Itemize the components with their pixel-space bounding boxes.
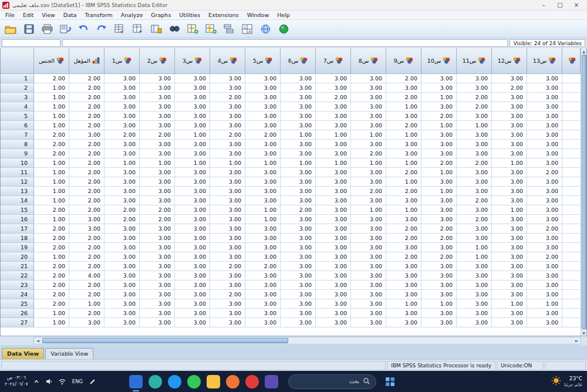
column-header-س2[interactable]: س2 [140, 48, 175, 74]
data-cell[interactable]: 3.00 [140, 168, 175, 177]
data-cell[interactable]: 3.00 [421, 281, 457, 290]
data-cell-partial[interactable] [562, 187, 581, 196]
data-cell[interactable]: 1.00 [386, 130, 421, 140]
task-view-icon[interactable] [384, 376, 396, 387]
data-cell[interactable]: 3.00 [281, 318, 316, 327]
data-cell[interactable]: 3.00 [457, 318, 492, 327]
data-cell[interactable]: 3.00 [316, 205, 351, 215]
row-number[interactable]: 9 [1, 149, 34, 158]
data-cell[interactable]: 1.00 [281, 158, 316, 168]
menu-view[interactable]: View [38, 12, 59, 18]
minimize-button[interactable]: – [535, 0, 552, 10]
menu-file[interactable]: File [1, 12, 19, 18]
data-cell[interactable]: 3.00 [421, 102, 457, 111]
data-cell[interactable]: 3.00 [527, 149, 562, 158]
data-cell[interactable]: 2.00 [421, 252, 457, 262]
data-cell[interactable]: 2.00 [421, 224, 457, 234]
data-cell[interactable]: 3.00 [351, 290, 386, 299]
data-cell[interactable]: 1.00 [421, 168, 457, 177]
data-cell[interactable]: 3.00 [175, 205, 210, 215]
data-cell[interactable]: 3.00 [104, 252, 140, 262]
taskbar-skype-icon[interactable] [168, 375, 181, 388]
menu-utilities[interactable]: Utilities [175, 12, 204, 18]
data-cell[interactable]: 3.00 [492, 224, 527, 234]
data-cell[interactable]: 3.00 [140, 262, 175, 271]
data-cell-partial[interactable] [562, 243, 581, 252]
data-cell[interactable]: 3.00 [421, 243, 457, 252]
data-cell[interactable]: 3.00 [175, 102, 210, 111]
variables-icon[interactable] [148, 21, 164, 36]
data-cell[interactable]: 3.00 [457, 224, 492, 234]
data-cell[interactable]: 3.00 [316, 177, 351, 187]
data-cell[interactable]: 3.00 [527, 187, 562, 196]
row-number[interactable]: 23 [1, 281, 34, 290]
cell-reference-field[interactable] [2, 39, 60, 47]
data-cell-partial[interactable] [562, 121, 581, 130]
data-cell[interactable]: 3.00 [351, 309, 386, 318]
data-cell[interactable]: 3.00 [351, 140, 386, 149]
data-cell[interactable]: 3.00 [175, 243, 210, 252]
menu-graphs[interactable]: Graphs [147, 12, 175, 18]
data-cell[interactable]: 1.00 [34, 187, 69, 196]
data-cell[interactable]: 3.00 [281, 299, 316, 309]
data-cell[interactable]: 2.00 [386, 234, 421, 243]
data-cell[interactable]: 1.00 [421, 187, 457, 196]
data-cell[interactable]: 3.00 [175, 168, 210, 177]
data-cell[interactable]: 2.00 [245, 130, 281, 140]
data-cell[interactable]: 2.00 [210, 262, 245, 271]
data-cell[interactable]: 2.00 [69, 281, 104, 290]
taskbar-search[interactable]: بحث [288, 374, 376, 389]
data-cell[interactable]: 3.00 [104, 271, 140, 281]
row-number[interactable]: 3 [1, 93, 34, 102]
data-cell-partial[interactable] [562, 252, 581, 262]
data-cell[interactable]: 3.00 [281, 224, 316, 234]
data-cell[interactable]: 3.00 [527, 158, 562, 168]
data-cell[interactable]: 3.00 [281, 290, 316, 299]
data-cell[interactable]: 3.00 [104, 102, 140, 111]
data-cell[interactable]: 3.00 [316, 111, 351, 121]
data-cell[interactable]: 2.00 [69, 149, 104, 158]
data-cell[interactable]: 3.00 [104, 168, 140, 177]
column-header-س7[interactable]: س7 [316, 48, 351, 74]
data-cell[interactable]: 1.00 [34, 252, 69, 262]
data-cell[interactable]: 3.00 [245, 102, 281, 111]
column-header-partial[interactable] [562, 48, 581, 74]
data-cell[interactable]: 3.00 [316, 74, 351, 83]
data-cell[interactable]: 3.00 [245, 111, 281, 121]
data-cell[interactable]: 3.00 [140, 187, 175, 196]
data-cell[interactable]: 2.00 [34, 262, 69, 271]
data-cell[interactable]: 3.00 [175, 262, 210, 271]
data-cell[interactable]: 3.00 [210, 121, 245, 130]
maximize-button[interactable]: □ [552, 0, 568, 10]
data-cell-partial[interactable] [562, 262, 581, 271]
row-number[interactable]: 10 [1, 158, 34, 168]
data-cell[interactable]: 2.00 [34, 74, 69, 83]
data-cell[interactable]: 2.00 [351, 149, 386, 158]
data-cell[interactable]: 1.00 [421, 299, 457, 309]
data-cell[interactable]: 3.00 [457, 234, 492, 243]
data-cell[interactable]: 2.00 [69, 309, 104, 318]
data-cell[interactable]: 3.00 [175, 281, 210, 290]
data-cell[interactable]: 3.00 [281, 74, 316, 83]
data-cell[interactable]: 2.00 [69, 196, 104, 205]
data-cell-partial[interactable] [562, 234, 581, 243]
find-icon[interactable] [166, 21, 183, 36]
column-header-س5[interactable]: س5 [245, 48, 281, 74]
data-cell[interactable]: 2.00 [104, 205, 140, 215]
data-cell[interactable]: 3.00 [316, 224, 351, 234]
row-number[interactable]: 2 [1, 83, 34, 93]
data-cell[interactable]: 3.00 [316, 83, 351, 93]
data-cell[interactable]: 3.00 [386, 83, 421, 93]
data-cell[interactable]: 2.00 [69, 74, 104, 83]
data-cell-partial[interactable] [562, 205, 581, 215]
data-cell-partial[interactable] [562, 177, 581, 187]
row-number[interactable]: 21 [1, 262, 34, 271]
data-cell[interactable]: 3.00 [245, 234, 281, 243]
row-number[interactable]: 25 [1, 299, 34, 309]
taskbar-store-icon[interactable] [129, 375, 143, 388]
data-cell[interactable]: 3.00 [210, 299, 245, 309]
taskbar-edge-icon[interactable] [149, 375, 162, 388]
data-cell-partial[interactable] [562, 309, 581, 318]
data-cell[interactable]: 3.00 [140, 318, 175, 327]
row-number[interactable]: 16 [1, 215, 34, 224]
